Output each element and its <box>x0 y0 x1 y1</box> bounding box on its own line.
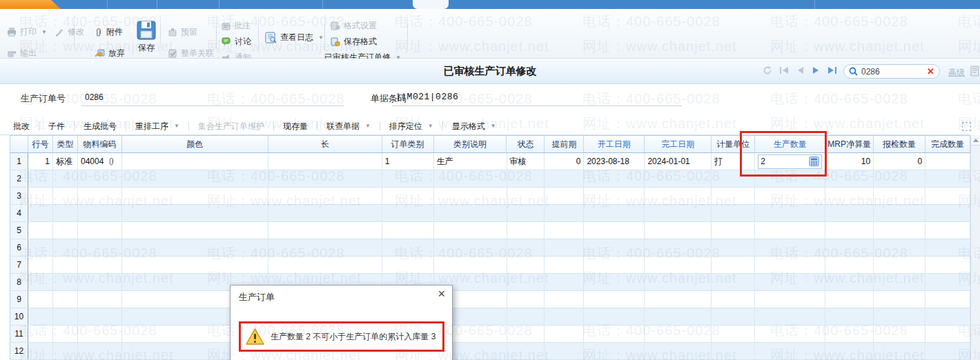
table-cell[interactable]: 3 <box>10 188 28 204</box>
table-cell[interactable] <box>268 239 382 256</box>
scroll-up-arrow[interactable] <box>971 135 980 146</box>
table-cell[interactable] <box>645 326 712 342</box>
table-cell[interactable] <box>584 222 645 239</box>
table-cell[interactable] <box>584 291 645 308</box>
column-header[interactable]: 状态 <box>507 136 545 152</box>
column-header[interactable] <box>10 136 28 152</box>
table-cell[interactable] <box>507 170 545 187</box>
first-record-icon[interactable] <box>779 66 790 74</box>
table-cell[interactable] <box>53 239 78 256</box>
grid-toolbar-item[interactable]: 显示格式▼ <box>443 118 505 134</box>
table-cell[interactable] <box>755 170 825 187</box>
table-cell[interactable] <box>53 257 78 273</box>
table-cell[interactable] <box>755 291 825 308</box>
table-cell[interactable]: 2 <box>10 170 28 187</box>
grid-toolbar-item[interactable]: 联查单据▼ <box>317 118 380 134</box>
table-cell[interactable] <box>874 205 925 221</box>
table-cell[interactable] <box>825 170 874 187</box>
table-cell[interactable] <box>78 326 122 342</box>
table-row[interactable]: 3 <box>10 188 970 205</box>
table-cell[interactable] <box>28 170 53 187</box>
column-header[interactable]: 生产数量 <box>755 136 825 152</box>
table-cell[interactable] <box>584 326 645 342</box>
table-cell[interactable] <box>434 205 507 221</box>
table-cell[interactable] <box>28 222 53 239</box>
table-cell[interactable] <box>584 257 645 273</box>
table-cell[interactable]: 6 <box>10 239 28 256</box>
column-header[interactable]: 计量单位 <box>712 136 755 152</box>
table-row[interactable]: 2 <box>10 170 970 188</box>
table-cell[interactable] <box>874 274 925 290</box>
table-cell[interactable] <box>122 257 268 273</box>
table-cell[interactable] <box>584 274 645 290</box>
attachment-button[interactable]: 附件 <box>95 26 123 38</box>
table-cell[interactable] <box>712 170 755 187</box>
table-cell[interactable] <box>507 239 545 256</box>
table-cell[interactable] <box>78 343 122 359</box>
table-cell[interactable] <box>545 222 584 239</box>
table-cell[interactable] <box>78 291 122 308</box>
table-cell[interactable] <box>434 170 507 187</box>
table-cell[interactable] <box>434 188 507 204</box>
table-cell[interactable] <box>712 326 755 342</box>
table-cell[interactable] <box>874 222 925 239</box>
table-row[interactable]: 6 <box>10 239 970 257</box>
table-cell[interactable] <box>122 239 268 256</box>
table-cell[interactable] <box>507 291 545 308</box>
table-cell[interactable] <box>825 239 874 256</box>
table-cell[interactable] <box>382 257 434 273</box>
table-cell[interactable] <box>584 188 645 204</box>
grid-toolbar-item[interactable]: 子件 <box>39 118 74 134</box>
discuss-button[interactable]: 讨论 <box>222 36 251 48</box>
output-button[interactable]: 输出 <box>7 48 37 59</box>
table-cell[interactable] <box>712 239 755 256</box>
table-cell[interactable] <box>28 239 53 256</box>
barcode-value[interactable]: ||M021|0286 <box>395 92 458 102</box>
column-header[interactable]: 提前期 <box>545 136 584 152</box>
table-cell[interactable]: 10 <box>10 308 28 325</box>
table-cell[interactable] <box>545 291 584 308</box>
table-cell[interactable] <box>825 274 874 290</box>
table-cell[interactable]: 12 <box>10 343 28 359</box>
table-cell[interactable] <box>28 205 53 221</box>
column-header[interactable]: 开工日期 <box>584 136 645 152</box>
table-cell[interactable] <box>874 291 925 308</box>
table-cell[interactable] <box>925 308 970 325</box>
table-cell[interactable] <box>78 257 122 273</box>
refresh-icon[interactable] <box>763 66 772 75</box>
table-row[interactable]: 9 <box>10 291 970 308</box>
column-header[interactable]: 完工日期 <box>645 136 712 152</box>
column-header[interactable]: 类型 <box>53 136 78 152</box>
table-cell[interactable] <box>925 170 970 187</box>
table-cell[interactable] <box>53 343 78 359</box>
table-cell[interactable] <box>28 343 53 359</box>
table-cell[interactable] <box>712 308 755 325</box>
table-cell[interactable] <box>122 205 268 221</box>
table-cell[interactable]: 5 <box>10 222 28 239</box>
table-cell[interactable]: 2023-08-18 <box>584 153 645 170</box>
table-cell[interactable] <box>925 274 970 290</box>
table-cell[interactable] <box>507 274 545 290</box>
table-cell[interactable] <box>925 188 970 204</box>
table-cell[interactable] <box>712 257 755 273</box>
discard-button[interactable]: 放弃 <box>95 48 125 59</box>
table-cell[interactable] <box>712 343 755 359</box>
table-cell[interactable] <box>78 222 122 239</box>
print-button[interactable]: 打印▼ <box>7 26 47 38</box>
table-cell[interactable] <box>78 188 122 204</box>
table-cell[interactable] <box>507 326 545 342</box>
grid-toolbar-item[interactable]: 排序定位▼ <box>380 118 442 134</box>
table-cell[interactable] <box>268 188 382 204</box>
table-row[interactable]: 7 <box>10 257 970 274</box>
table-cell[interactable] <box>28 188 53 204</box>
table-cell[interactable] <box>712 188 755 204</box>
table-cell[interactable] <box>28 257 53 273</box>
table-cell[interactable]: 审核 <box>507 153 545 170</box>
table-cell[interactable] <box>545 170 584 187</box>
table-cell[interactable] <box>584 343 645 359</box>
save-button[interactable]: 保存 <box>131 20 161 54</box>
table-cell[interactable] <box>755 274 825 290</box>
table-cell[interactable] <box>825 308 874 325</box>
table-cell[interactable] <box>645 343 712 359</box>
annotate-button[interactable]: 批注 <box>222 20 251 32</box>
